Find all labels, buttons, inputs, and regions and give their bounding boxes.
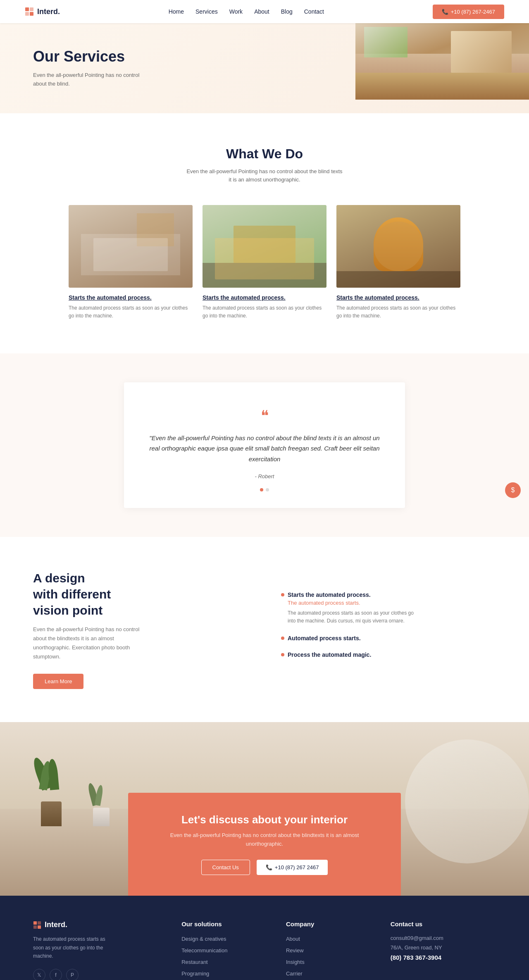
cta-phone-button[interactable]: 📞 +10 (87) 267 2467: [257, 860, 328, 875]
svg-rect-5: [38, 921, 41, 925]
footer-solutions-title: Our solutions: [181, 920, 269, 928]
phone-icon: 📞: [442, 9, 448, 15]
design-item-1-subtitle: The automated process starts.: [288, 600, 496, 606]
footer-contact: Contact us consult09@gmail.com 76/A, Gre…: [391, 920, 496, 980]
logo-text: Interd.: [37, 7, 60, 16]
design-section: A design with different vision point Eve…: [0, 537, 529, 722]
service-link-3[interactable]: Starts the automated process.: [336, 294, 460, 301]
hero-room-img: [355, 23, 529, 100]
service-image-3: [336, 205, 460, 288]
footer-link-about[interactable]: About: [286, 936, 300, 942]
cta-phone-icon: 📞: [266, 864, 272, 870]
hero-text: Our Services Even the all-powerful Point…: [0, 23, 355, 113]
dot-indicator-2: [281, 637, 284, 640]
hero-subtitle: Even the all-powerful Pointing has no co…: [33, 71, 141, 88]
design-item-1: Starts the automated process. The automa…: [281, 591, 496, 625]
footer-company-list: About Review Insights Carrier: [286, 935, 374, 977]
navbar: Interd. Home Services Work About Blog Co…: [0, 0, 529, 23]
footer-logo-icon: [33, 921, 41, 929]
svg-rect-2: [25, 12, 29, 16]
service-link-2[interactable]: Starts the automated process.: [203, 294, 326, 301]
footer-social: 𝕏 f P: [33, 969, 165, 980]
cta-contact-button[interactable]: Contact Us: [201, 860, 250, 875]
nav-work[interactable]: Work: [229, 8, 243, 15]
nav-home[interactable]: Home: [169, 8, 184, 15]
design-left: A design with different vision point Eve…: [33, 570, 248, 689]
nav-about[interactable]: About: [254, 8, 269, 15]
services-grid: Starts the automated process. The automa…: [25, 205, 504, 320]
footer-link-telecom[interactable]: Telecommunication: [181, 947, 227, 954]
svg-rect-6: [33, 925, 37, 929]
svg-rect-0: [25, 7, 29, 11]
facebook-icon[interactable]: f: [50, 969, 62, 980]
design-item-1-title: Starts the automated process.: [288, 591, 371, 598]
testimonial-dots: [149, 488, 380, 491]
svg-rect-4: [33, 921, 37, 925]
svg-rect-3: [30, 12, 33, 16]
hero-title: Our Services: [33, 48, 331, 65]
footer-link-carrier[interactable]: Carrier: [286, 970, 303, 977]
footer-link-review[interactable]: Review: [286, 947, 304, 954]
dot-indicator-1: [281, 593, 284, 596]
footer-company: Company About Review Insights Carrier: [286, 920, 374, 980]
nav-logo[interactable]: Interd.: [25, 7, 60, 16]
service-card-2: Starts the automated process. The automa…: [203, 205, 326, 320]
footer: Interd. The automated process starts as …: [0, 896, 529, 980]
footer-solutions-list: Design & creatives Telecommunication Res…: [181, 935, 269, 980]
service-image-2: [203, 205, 326, 288]
cta-overlay: Let's discuss about your interior Even t…: [128, 793, 401, 896]
svg-rect-7: [38, 925, 41, 929]
learn-more-button[interactable]: Learn More: [33, 674, 83, 689]
footer-grid: Interd. The automated process starts as …: [33, 920, 496, 980]
service-desc-3: The automated process starts as soon as …: [336, 304, 460, 320]
design-item-1-text: The automated process starts as soon as …: [288, 609, 420, 625]
service-link-1[interactable]: Starts the automated process.: [69, 294, 193, 301]
footer-company-title: Company: [286, 920, 374, 928]
service-card-3: Starts the automated process. The automa…: [336, 205, 460, 320]
dot-2[interactable]: [266, 488, 269, 491]
cta-subtitle: Even the all-powerful Pointing has no co…: [153, 831, 376, 849]
hero-image: [355, 23, 529, 100]
scroll-button[interactable]: $: [505, 482, 521, 498]
footer-link-design[interactable]: Design & creatives: [181, 936, 226, 942]
nav-phone-button[interactable]: 📞 +10 (87) 267-2467: [433, 5, 504, 19]
footer-email: consult09@gmail.com: [391, 935, 496, 941]
design-item-3-title: Process the automated magic.: [288, 651, 371, 658]
cta-buttons: Contact Us 📞 +10 (87) 267 2467: [153, 860, 376, 875]
quote-icon: ❝: [149, 407, 380, 424]
footer-solutions: Our solutions Design & creatives Telecom…: [181, 920, 269, 980]
what-we-do-title: What We Do: [25, 146, 504, 162]
design-right: Starts the automated process. The automa…: [281, 591, 496, 668]
logo-icon: [25, 7, 34, 16]
footer-address: 76/A, Green road, NY: [391, 944, 496, 951]
hero-section: Our Services Even the all-powerful Point…: [0, 23, 529, 113]
twitter-icon[interactable]: 𝕏: [33, 969, 45, 980]
pinterest-icon[interactable]: P: [66, 969, 79, 980]
design-title: A design with different vision point: [33, 570, 248, 618]
design-description: Even the all-powerful Pointing has no co…: [33, 625, 149, 661]
footer-link-restaurant[interactable]: Restaurant: [181, 959, 208, 965]
what-we-do-subtitle: Even the all-powerful Pointing has no co…: [186, 167, 343, 185]
footer-link-insights[interactable]: Insights: [286, 959, 305, 965]
testimonial-author: - Robert: [255, 473, 274, 479]
service-card-1: Starts the automated process. The automa…: [69, 205, 193, 320]
what-we-do-section: What We Do Even the all-powerful Pointin…: [0, 113, 529, 353]
footer-brand: Interd. The automated process starts as …: [33, 920, 165, 980]
design-item-2: Automated process starts.: [281, 635, 496, 641]
testimonial-section: ❝ "Even the all-powerful Pointing has no…: [0, 353, 529, 537]
testimonial-card: ❝ "Even the all-powerful Pointing has no…: [124, 382, 405, 508]
nav-contact[interactable]: Contact: [304, 8, 324, 15]
service-desc-2: The automated process starts as soon as …: [203, 304, 326, 320]
dot-1[interactable]: [260, 488, 263, 491]
testimonial-quote: "Even the all-powerful Pointing has no c…: [149, 433, 380, 465]
cta-section: Let's discuss about your interior Even t…: [0, 722, 529, 896]
footer-contact-title: Contact us: [391, 920, 496, 928]
footer-link-programing[interactable]: Programing: [181, 970, 209, 977]
svg-rect-1: [30, 7, 33, 11]
nav-blog[interactable]: Blog: [281, 8, 293, 15]
nav-services[interactable]: Services: [195, 8, 218, 15]
footer-logo: Interd.: [33, 920, 165, 929]
service-desc-1: The automated process starts as soon as …: [69, 304, 193, 320]
footer-description: The automated process starts as soon as …: [33, 935, 116, 960]
dot-indicator-3: [281, 653, 284, 656]
